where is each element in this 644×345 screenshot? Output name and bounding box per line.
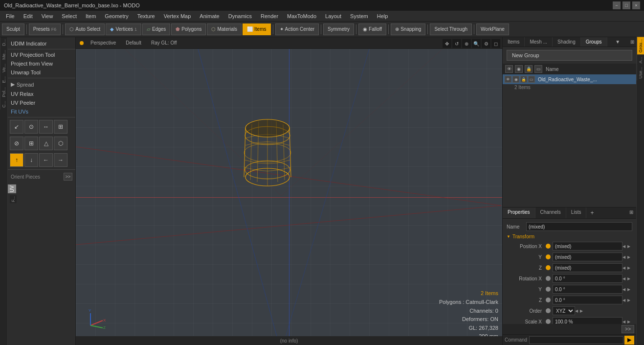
props-tab-add[interactable]: + — [586, 207, 598, 218]
group-row-1[interactable]: 👁 ◉ 🔒 ▭ Old_Radioactive_Waste_... — [503, 74, 636, 84]
tab-mesh[interactable]: Mesh ... — [525, 37, 553, 46]
tab-items[interactable]: Items — [503, 37, 525, 46]
menu-select[interactable]: Select — [58, 12, 81, 20]
rot-x-value[interactable]: 0.0 ° — [553, 274, 622, 283]
rot-z-arrow[interactable]: ◀ — [622, 298, 627, 302]
rot-z-arrow2[interactable]: ▶ — [627, 298, 632, 302]
rot-y-arrow2[interactable]: ▶ — [627, 287, 632, 292]
maximize-button[interactable]: □ — [622, 1, 630, 9]
fit-uvs[interactable]: Fit UVs — [8, 107, 75, 116]
vert-tab-use[interactable]: Use... — [637, 65, 644, 81]
tool-icon-8[interactable]: ⬡ — [54, 137, 67, 150]
udim-indicator[interactable]: UDIM Indicator — [8, 39, 75, 48]
tool-icon-2[interactable]: ⊙ — [24, 120, 38, 134]
workplane-button[interactable]: WorkPlane — [476, 23, 509, 35]
perspective-label[interactable]: Perspective — [88, 39, 119, 46]
col-icon-lock[interactable]: 🔒 — [525, 65, 533, 73]
vert-tab-d[interactable]: D... — [0, 37, 7, 48]
pos-x-arrow[interactable]: ◀ — [622, 244, 627, 249]
orient-expand-btn[interactable]: >> — [64, 173, 72, 181]
col-icon-vis[interactable]: ▭ — [534, 65, 542, 73]
pos-y-arrow2[interactable]: ▶ — [627, 255, 632, 259]
tool-icon-1[interactable]: ↙ — [10, 120, 23, 134]
pos-y-value[interactable]: (mixed) — [553, 253, 622, 261]
vert-tab-c[interactable]: C... — [0, 99, 7, 110]
scale-x-arrow2[interactable]: ▶ — [627, 320, 632, 324]
vert-tab-a[interactable]: A... — [637, 55, 644, 66]
select-through-button[interactable]: Select Through — [430, 23, 472, 35]
items-button[interactable]: ⬜ Items — [243, 23, 270, 35]
vp-btn-1[interactable]: ✥ — [443, 39, 451, 48]
auto-select-button[interactable]: ⬡ Auto Select — [65, 23, 105, 35]
spread-section[interactable]: ▶ Spread — [8, 79, 75, 90]
order-arrow[interactable]: ◀ — [575, 309, 580, 313]
tool-icon-right[interactable]: → — [54, 153, 67, 167]
menu-view[interactable]: View — [38, 12, 57, 20]
vert-tab-ve[interactable]: Ve... — [0, 62, 7, 74]
vp-btn-6[interactable]: ◻ — [491, 39, 500, 48]
falloff-button[interactable]: ◉ Falloff — [358, 23, 386, 35]
sculpt-button[interactable]: Sculpt — [2, 23, 24, 35]
scale-x-arrow[interactable]: ◀ — [622, 320, 627, 324]
symmetry-button[interactable]: Symmetry — [323, 23, 354, 35]
g-vis-icon[interactable]: ▭ — [528, 76, 535, 83]
right-panel-expand[interactable]: ⊞ — [628, 37, 636, 46]
presets-button[interactable]: Presets F6 — [29, 23, 61, 35]
vert-tab-groups[interactable]: Grou... — [637, 37, 644, 55]
tool-icon-up[interactable]: ↑ — [10, 153, 23, 167]
menu-system[interactable]: System — [346, 12, 372, 20]
cmd-run-button[interactable]: ▶ — [624, 336, 634, 345]
f-tab[interactable]: F... — [10, 195, 17, 203]
g-lock-icon[interactable]: 🔒 — [520, 76, 527, 83]
action-center-button[interactable]: ✦ Action Center — [275, 23, 319, 35]
rot-z-value[interactable]: 0.0 ° — [553, 296, 622, 304]
props-tab-properties[interactable]: Properties — [503, 207, 535, 218]
pos-z-arrow2[interactable]: ▶ — [627, 266, 632, 270]
polygons-button[interactable]: ⬟ Polygons — [171, 23, 206, 35]
g-render-icon[interactable]: ◉ — [512, 76, 519, 83]
vp-btn-2[interactable]: ↺ — [452, 39, 461, 48]
uv-tab[interactable]: UV — [8, 184, 16, 193]
menu-texture[interactable]: Texture — [133, 12, 159, 20]
vert-tab-e[interactable]: E... — [0, 74, 7, 85]
props-expand[interactable]: ⊞ — [626, 207, 636, 218]
order-arrow2[interactable]: ▶ — [580, 309, 585, 313]
rot-x-arrow2[interactable]: ▶ — [627, 276, 632, 281]
close-button[interactable]: × — [632, 1, 640, 9]
menu-render[interactable]: Render — [257, 12, 282, 20]
vert-tab-me[interactable]: Me... — [0, 48, 7, 62]
tool-icon-7[interactable]: △ — [39, 137, 53, 150]
viewport-canvas[interactable]: 2 Items Polygons : Catmull-Clark Channel… — [76, 49, 502, 345]
minimize-button[interactable]: − — [613, 1, 621, 9]
tool-icon-5[interactable]: ⊘ — [10, 137, 23, 150]
menu-help[interactable]: Help — [373, 12, 392, 20]
unwrap-tool[interactable]: Unwrap Tool — [8, 68, 75, 77]
pos-x-arrow2[interactable]: ▶ — [627, 244, 632, 249]
menu-geometry[interactable]: Geometry — [101, 12, 132, 20]
right-tab-expand[interactable]: ▼ — [612, 37, 623, 46]
vertices-button[interactable]: ◆ Vertices 1 — [106, 23, 141, 35]
vert-tab-pol[interactable]: Pol... — [0, 85, 7, 99]
vp-btn-3[interactable]: ⊕ — [462, 39, 471, 48]
materials-button[interactable]: ⬡ Materials — [207, 23, 242, 35]
tool-icon-down[interactable]: ↓ — [24, 153, 38, 167]
tool-icon-left[interactable]: ← — [39, 153, 53, 167]
menu-animate[interactable]: Animate — [196, 12, 223, 20]
uv-projection-tool[interactable]: UV Projection Tool — [8, 50, 75, 59]
menu-item[interactable]: Item — [82, 12, 100, 20]
tool-icon-4[interactable]: ⊞ — [54, 120, 67, 134]
uv-relax[interactable]: UV Relax — [8, 90, 75, 98]
vp-btn-5[interactable]: ⚙ — [482, 39, 490, 48]
name-value[interactable]: (mixed) — [526, 222, 632, 231]
props-expand-btn[interactable]: >> — [622, 325, 634, 333]
menu-vertex-map[interactable]: Vertex Map — [160, 12, 195, 20]
snapping-button[interactable]: ⊕ Snapping — [391, 23, 425, 35]
pos-y-arrow[interactable]: ◀ — [622, 255, 627, 259]
tool-icon-6[interactable]: ⊞ — [24, 137, 38, 150]
props-tab-lists[interactable]: Lists — [566, 207, 587, 218]
tool-icon-3[interactable]: ↔ — [39, 120, 53, 134]
uv-peeler[interactable]: UV Peeler — [8, 98, 75, 107]
scale-x-value[interactable]: 100.0 % — [553, 317, 622, 324]
tab-shading[interactable]: Shading — [553, 37, 581, 46]
default-label[interactable]: Default — [123, 39, 144, 46]
